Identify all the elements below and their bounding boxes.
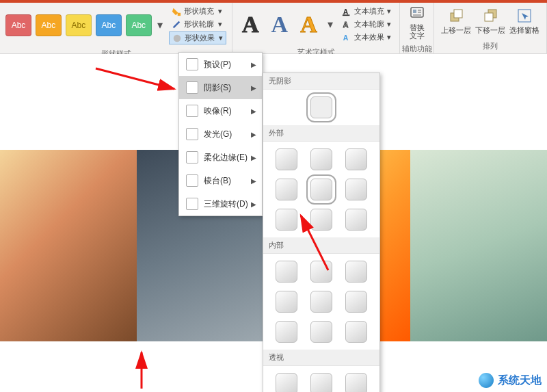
annotation-arrow <box>96 68 185 105</box>
shape-style-swatch[interactable]: Abc <box>96 14 122 36</box>
shape-fill-button[interactable]: 形状填充▾ <box>169 5 226 17</box>
text-outline-button[interactable]: A文本轮廓▾ <box>339 18 394 30</box>
shape-style-swatch[interactable]: Abc <box>126 14 152 36</box>
group-accessibility: 替换 文字 辅助功能 <box>400 3 434 53</box>
shape-style-swatch[interactable]: Abc <box>66 14 92 36</box>
svg-point-1 <box>174 34 181 42</box>
wordart-more[interactable]: ▾ <box>325 14 335 36</box>
shadow-option[interactable] <box>345 179 367 200</box>
shadow-option[interactable] <box>276 148 297 170</box>
globe-icon <box>479 373 494 388</box>
shadow-option[interactable] <box>310 179 332 200</box>
wordart-style[interactable]: A <box>238 12 263 38</box>
svg-text:A: A <box>343 33 348 41</box>
shape-style-more[interactable]: ▾ <box>156 14 165 36</box>
group-arrange: 上移一层 下移一层 选择窗格 排列 <box>434 3 547 53</box>
shape-style-swatch[interactable]: Abc <box>36 14 62 36</box>
menu-reflection[interactable]: 映像(R)▶ <box>179 99 262 122</box>
menu-glow[interactable]: 发光(G)▶ <box>179 122 262 146</box>
shadow-option[interactable] <box>310 291 332 313</box>
svg-text:A: A <box>343 7 348 15</box>
shadow-option[interactable] <box>310 148 332 170</box>
shape-outline-button[interactable]: 形状轮廓▾ <box>169 18 226 30</box>
svg-line-16 <box>96 68 174 89</box>
shadow-option[interactable] <box>310 321 332 343</box>
shadow-option[interactable] <box>345 373 367 392</box>
alt-text-button[interactable]: 替换 文字 <box>401 4 432 41</box>
bring-forward-button[interactable]: 上移一层 <box>440 6 472 37</box>
shape-style-swatch[interactable]: Abc <box>5 14 31 36</box>
slide-image[interactable] <box>0 150 137 341</box>
svg-line-17 <box>301 215 328 270</box>
shadow-option[interactable] <box>345 209 367 231</box>
shadow-option[interactable] <box>345 321 367 343</box>
shadow-option[interactable] <box>276 373 297 392</box>
annotation-arrow <box>294 212 335 276</box>
shadow-option[interactable] <box>345 261 367 283</box>
menu-preset[interactable]: 预设(P)▶ <box>179 53 262 76</box>
menu-bevel[interactable]: 棱台(B)▶ <box>179 169 262 192</box>
menu-3d-rotation[interactable]: 三维旋转(D)▶ <box>179 192 262 215</box>
svg-rect-7 <box>413 10 416 13</box>
ribbon: Abc Abc Abc Abc Abc ▾ 形状填充▾ 形状轮廓▾ 形状效果▾ … <box>0 3 547 54</box>
svg-rect-3 <box>343 14 350 16</box>
gallery-section-none: 无阴影 <box>263 73 379 90</box>
shadow-option[interactable] <box>345 291 367 313</box>
slide-image[interactable] <box>410 150 547 341</box>
text-fill-button[interactable]: A文本填充▾ <box>339 5 394 17</box>
gallery-section-outer: 外部 <box>263 125 379 142</box>
svg-rect-6 <box>411 8 423 17</box>
shadow-option[interactable] <box>345 148 367 170</box>
shape-effects-menu: 预设(P)▶ 阴影(S)▶ 映像(R)▶ 发光(G)▶ 柔化边缘(E)▶ 棱台(… <box>178 52 263 216</box>
svg-rect-14 <box>485 13 493 21</box>
gallery-section-perspective: 透视 <box>263 350 379 366</box>
group-label: 排列 <box>434 40 546 53</box>
menu-shadow[interactable]: 阴影(S)▶ <box>179 76 262 99</box>
svg-rect-12 <box>454 10 462 18</box>
send-backward-button[interactable]: 下移一层 <box>474 6 507 37</box>
shadow-option[interactable] <box>310 373 332 392</box>
svg-rect-0 <box>178 12 181 15</box>
group-wordart: A A A ▾ A文本填充▾ A文本轮廓▾ A文本效果▾ 艺术字样式 <box>232 3 400 53</box>
watermark: 系统天地 <box>479 373 542 388</box>
selection-pane-button[interactable]: 选择窗格 <box>508 6 541 37</box>
shape-effects-button[interactable]: 形状效果▾ <box>169 31 226 44</box>
menu-soft-edges[interactable]: 柔化边缘(E)▶ <box>179 146 262 169</box>
shadow-option[interactable] <box>276 179 297 200</box>
svg-text:A: A <box>343 20 348 28</box>
shadow-option[interactable] <box>276 291 297 313</box>
annotation-arrow <box>133 349 154 392</box>
wordart-style[interactable]: A <box>267 12 293 38</box>
shadow-option[interactable] <box>276 321 297 343</box>
text-effects-button[interactable]: A文本效果▾ <box>339 31 394 43</box>
wordart-style[interactable]: A <box>296 12 321 38</box>
group-shape-styles: Abc Abc Abc Abc Abc ▾ 形状填充▾ 形状轮廓▾ 形状效果▾ … <box>0 3 232 53</box>
shadow-none[interactable] <box>310 96 332 118</box>
